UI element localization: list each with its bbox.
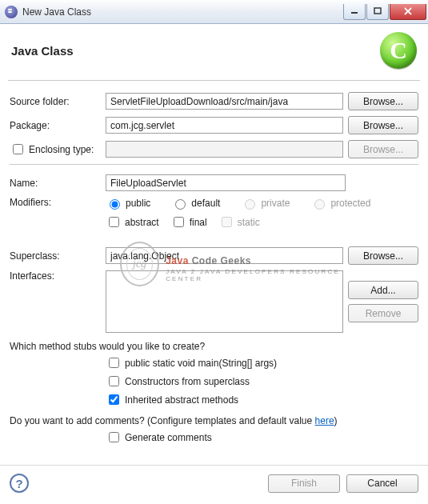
source-folder-browse-button[interactable]: Browse... xyxy=(348,92,418,110)
comments-question: Do you want to add comments? (Configure … xyxy=(10,415,418,426)
superclass-browse-button[interactable]: Browse... xyxy=(348,246,418,265)
modifiers-label: Modifiers: xyxy=(10,197,106,208)
interfaces-listbox[interactable] xyxy=(106,270,343,333)
package-browse-button[interactable]: Browse... xyxy=(348,116,418,134)
modifier-final-checkbox[interactable]: final xyxy=(170,214,207,230)
eclipse-icon xyxy=(5,6,18,18)
package-label: Package: xyxy=(10,120,106,131)
enclosing-type-label: Enclosing type: xyxy=(29,144,94,155)
minimize-button[interactable] xyxy=(343,4,366,20)
interfaces-label: Interfaces: xyxy=(10,270,106,282)
modifier-abstract-checkbox[interactable]: abstract xyxy=(106,214,159,230)
superclass-input[interactable] xyxy=(106,247,343,264)
interfaces-add-button[interactable]: Add... xyxy=(348,281,418,299)
modifier-default-radio[interactable]: default xyxy=(171,197,220,210)
help-button[interactable]: ? xyxy=(10,474,29,493)
stub-constructors-checkbox[interactable]: Constructors from superclass xyxy=(106,374,418,389)
cancel-button[interactable]: Cancel xyxy=(346,474,418,493)
interfaces-remove-button: Remove xyxy=(348,304,418,322)
maximize-button[interactable] xyxy=(366,4,389,20)
wizard-banner: Java Class C xyxy=(0,24,428,80)
divider xyxy=(10,164,418,165)
modifier-public-radio[interactable]: public xyxy=(106,197,150,210)
close-button[interactable] xyxy=(390,4,426,20)
source-folder-label: Source folder: xyxy=(10,96,106,107)
class-banner-icon: C xyxy=(380,32,417,69)
modifier-protected-radio: protected xyxy=(310,197,370,210)
form-area: Source folder: Browse... Package: Browse… xyxy=(0,81,428,450)
svg-rect-0 xyxy=(351,12,358,14)
finish-button: Finish xyxy=(268,474,340,493)
enclosing-type-browse-button: Browse... xyxy=(348,140,418,158)
window-title: New Java Class xyxy=(22,6,342,18)
enclosing-type-checkbox[interactable]: Enclosing type: xyxy=(10,142,94,157)
enclosing-type-input xyxy=(106,141,343,158)
superclass-label: Superclass: xyxy=(10,250,106,262)
stub-inherited-checkbox[interactable]: Inherited abstract methods xyxy=(106,392,418,407)
configure-templates-link[interactable]: here xyxy=(315,415,334,426)
svg-rect-1 xyxy=(374,8,381,14)
name-label: Name: xyxy=(10,178,106,189)
name-input[interactable] xyxy=(106,174,346,191)
title-bar: New Java Class xyxy=(0,0,428,24)
modifier-static-checkbox: static xyxy=(218,214,260,230)
source-folder-input[interactable] xyxy=(106,93,343,110)
package-input[interactable] xyxy=(106,117,343,134)
button-bar: ? Finish Cancel xyxy=(0,465,428,504)
stub-main-checkbox[interactable]: public static void main(String[] args) xyxy=(106,355,418,370)
modifier-private-radio: private xyxy=(241,197,290,210)
generate-comments-checkbox[interactable]: Generate comments xyxy=(106,430,418,445)
wizard-heading: Java Class xyxy=(11,44,74,58)
stubs-question: Which method stubs would you like to cre… xyxy=(10,341,418,352)
